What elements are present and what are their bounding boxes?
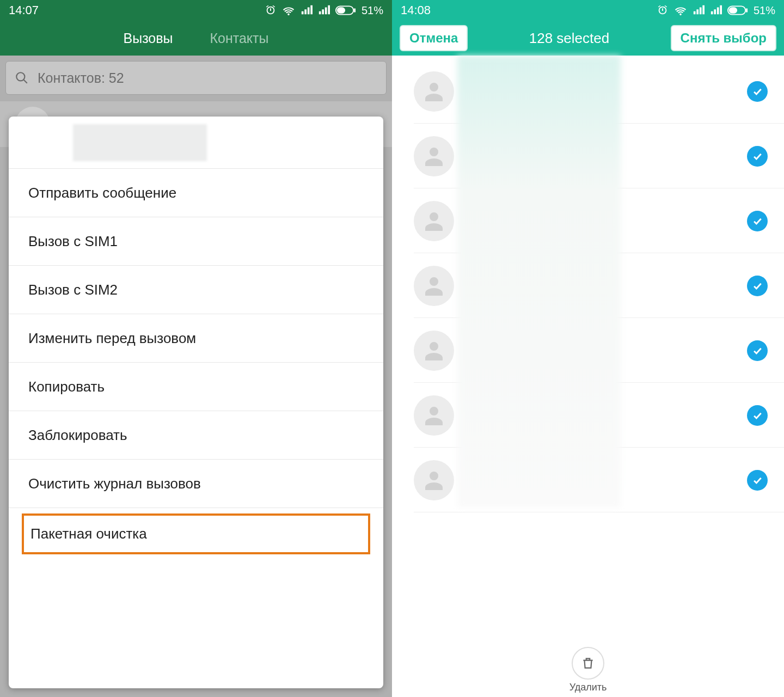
left-screenshot: 14:07 51% Вызовы Контакты Контактов: 52 … <box>0 0 392 697</box>
avatar-icon <box>414 136 454 176</box>
tabs: Вызовы Контакты <box>0 21 392 56</box>
avatar-icon <box>414 331 454 371</box>
delete-label: Удалить <box>569 682 607 693</box>
selection-bar: Отмена 128 selected Снять выбор <box>392 21 784 56</box>
menu-call-sim1[interactable]: Вызов с SIM1 <box>9 217 383 266</box>
avatar-icon <box>414 71 454 112</box>
menu-clear-log[interactable]: Очистить журнал вызовов <box>9 460 383 508</box>
cancel-button[interactable]: Отмена <box>400 25 468 51</box>
status-time: 14:07 <box>9 3 39 17</box>
svg-rect-7 <box>746 8 748 13</box>
svg-rect-1 <box>337 7 345 13</box>
status-icons: 51% <box>657 4 775 17</box>
footer-bar: Удалить <box>392 643 784 697</box>
avatar-icon <box>414 201 454 241</box>
selection-check[interactable] <box>747 340 768 361</box>
avatar-icon <box>414 460 454 500</box>
context-menu: Отправить сообщение Вызов с SIM1 Вызов с… <box>9 117 383 688</box>
right-screenshot: 14:08 51% Отмена 128 selected Снять выбо… <box>392 0 784 697</box>
battery-percent: 51% <box>754 4 775 17</box>
alarm-icon <box>657 4 669 16</box>
menu-edit-before-call[interactable]: Изменить перед вызовом <box>9 314 383 363</box>
blurred-names-overlay <box>457 56 621 508</box>
menu-batch-clean-highlighted[interactable]: Пакетная очистка <box>22 513 370 554</box>
signal1-icon <box>693 4 705 16</box>
menu-copy[interactable]: Копировать <box>9 363 383 411</box>
signal2-icon <box>318 4 330 16</box>
search-bar[interactable]: Контактов: 52 <box>5 61 387 95</box>
alarm-icon <box>265 4 277 16</box>
selection-check[interactable] <box>747 405 768 426</box>
status-icons: 51% <box>265 4 383 17</box>
signal2-icon <box>710 4 722 16</box>
avatar-icon <box>414 266 454 306</box>
selection-check[interactable] <box>747 276 768 296</box>
selection-title: 128 selected <box>529 30 609 47</box>
battery-percent: 51% <box>362 4 383 17</box>
menu-send-message[interactable]: Отправить сообщение <box>9 169 383 217</box>
avatar-icon <box>414 395 454 436</box>
context-menu-header <box>9 117 383 169</box>
battery-icon <box>727 5 748 15</box>
status-bar-right: 14:08 51% <box>392 0 784 21</box>
wifi-icon <box>282 4 295 16</box>
tab-calls[interactable]: Вызовы <box>124 30 173 46</box>
selection-check[interactable] <box>747 146 768 167</box>
status-bar-left: 14:07 51% <box>0 0 392 21</box>
signal1-icon <box>301 4 313 16</box>
status-time: 14:08 <box>401 3 431 17</box>
tab-contacts[interactable]: Контакты <box>210 30 269 46</box>
menu-block[interactable]: Заблокировать <box>9 411 383 460</box>
trash-icon <box>581 656 595 670</box>
battery-icon <box>335 5 356 15</box>
right-header: 14:08 51% Отмена 128 selected Снять выбо… <box>392 0 784 56</box>
delete-button[interactable] <box>572 647 604 680</box>
svg-line-4 <box>23 80 27 83</box>
search-icon <box>15 71 29 85</box>
svg-rect-2 <box>354 8 356 13</box>
svg-point-3 <box>16 72 24 81</box>
selection-check[interactable] <box>747 81 768 102</box>
wifi-icon <box>674 4 687 16</box>
menu-call-sim2[interactable]: Вызов с SIM2 <box>9 266 383 314</box>
blurred-contact-name <box>73 124 207 161</box>
search-label: Контактов: 52 <box>38 70 124 86</box>
deselect-all-button[interactable]: Снять выбор <box>671 25 776 51</box>
selection-check[interactable] <box>747 211 768 231</box>
svg-rect-6 <box>729 7 737 13</box>
selection-check[interactable] <box>747 470 768 491</box>
